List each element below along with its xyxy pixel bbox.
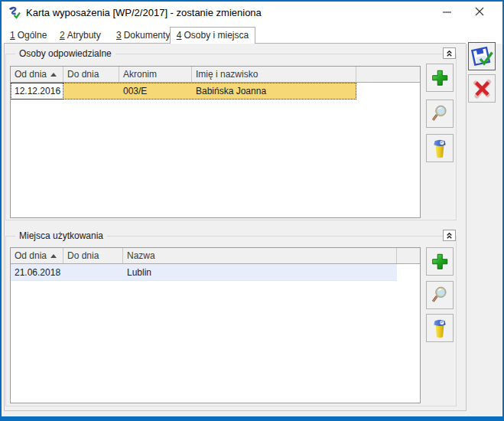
cell-do-dnia[interactable] <box>63 264 123 280</box>
window-title: Karta wyposażenia [WP/2/2017] - zostanie… <box>26 7 262 18</box>
add-miejsca-button[interactable] <box>426 247 454 276</box>
osoby-table: Od dnia Do dnia Akronim Imię i nazwisko … <box>10 66 421 218</box>
column-header-od-dnia[interactable]: Od dnia <box>11 67 63 82</box>
column-header-nazwa[interactable]: Nazwa <box>123 248 397 263</box>
osoby-table-header: Od dnia Do dnia Akronim Imię i nazwisko <box>11 67 420 83</box>
close-icon <box>474 6 485 17</box>
page-border-bottom <box>4 410 467 411</box>
column-header-imie-nazwisko[interactable]: Imię i nazwisko <box>192 67 356 82</box>
add-icon <box>430 252 450 272</box>
sort-asc-icon <box>50 254 57 258</box>
collapse-up-icon <box>445 231 454 240</box>
tab-osoby-i-miejsca[interactable]: 4Osoby i miejsca <box>170 27 255 44</box>
collapse-osoby-button[interactable] <box>443 47 456 59</box>
groupbox-miejsca-label: Miejsca użytkowania <box>15 230 107 241</box>
column-header-empty <box>356 67 420 82</box>
view-miejsca-button[interactable] <box>426 281 454 309</box>
osoby-table-row-selected[interactable]: 12.12.2016 003/E Babińska Joanna <box>11 83 356 100</box>
page-border-right <box>466 44 467 411</box>
cell-od-dnia[interactable]: 12.12.2016 <box>11 83 63 100</box>
page-border-left <box>4 44 5 410</box>
cancel-icon <box>472 78 493 99</box>
add-osoby-button[interactable] <box>426 64 454 92</box>
miejsca-table-row-selected[interactable]: 21.06.2018 Lublin <box>11 264 397 281</box>
cell-do-dnia[interactable] <box>63 83 119 100</box>
tab-ogolne[interactable]: 1Ogólne <box>10 29 47 41</box>
miejsca-table-header: Od dnia Do dnia Nazwa <box>11 248 420 264</box>
tab-dokumenty[interactable]: 3Dokumenty <box>116 29 170 41</box>
cell-nazwa[interactable]: Lublin <box>123 264 397 280</box>
add-icon <box>430 68 450 88</box>
cancel-button[interactable] <box>468 74 496 103</box>
delete-miejsca-button[interactable] <box>426 314 454 342</box>
collapse-up-icon <box>445 49 454 57</box>
minimize-button[interactable] <box>434 0 459 23</box>
column-header-akronim[interactable]: Akronim <box>119 67 192 82</box>
trash-icon <box>430 138 450 159</box>
dialog-window: Karta wyposażenia [WP/2/2017] - zostanie… <box>0 0 504 421</box>
titlebar[interactable]: Karta wyposażenia [WP/2/2017] - zostanie… <box>2 2 435 23</box>
tab-atrybuty[interactable]: 2Atrybuty <box>60 29 101 41</box>
magnifier-icon <box>430 104 450 124</box>
cell-akronim[interactable]: 003/E <box>119 83 192 100</box>
miejsca-table: Od dnia Do dnia Nazwa 21.06.2018 Lublin <box>10 247 421 403</box>
magnifier-icon <box>430 286 450 305</box>
app-icon <box>8 6 21 19</box>
cell-od-dnia[interactable]: 21.06.2018 <box>11 264 63 280</box>
sort-asc-icon <box>50 73 57 77</box>
minimize-icon <box>442 7 452 17</box>
delete-osoby-button[interactable] <box>426 134 454 162</box>
close-button[interactable] <box>467 0 492 23</box>
cell-imie-nazwisko[interactable]: Babińska Joanna <box>192 83 356 100</box>
save-button[interactable] <box>468 42 496 70</box>
column-header-do-dnia[interactable]: Do dnia <box>63 67 119 82</box>
collapse-miejsca-button[interactable] <box>443 230 456 241</box>
trash-icon <box>430 318 450 339</box>
column-header-empty <box>397 248 420 263</box>
save-icon <box>470 45 493 68</box>
view-osoby-button[interactable] <box>426 100 454 128</box>
column-header-do-dnia[interactable]: Do dnia <box>63 248 123 263</box>
column-header-od-dnia[interactable]: Od dnia <box>11 248 63 263</box>
groupbox-osoby-label: Osoby odpowiedzialne <box>15 48 115 59</box>
